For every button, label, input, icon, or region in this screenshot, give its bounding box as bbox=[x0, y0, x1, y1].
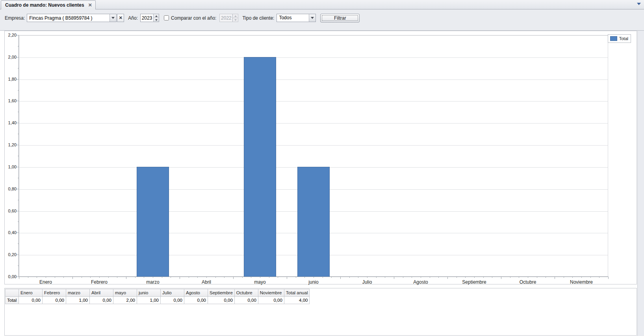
x-axis-minor-tick bbox=[108, 277, 109, 278]
x-axis-minor-tick bbox=[144, 277, 144, 278]
table-cell: 0,00 bbox=[184, 297, 208, 304]
filter-toolbar-row: Empresa: ✕ Año: Comparar con el año: bbox=[5, 14, 360, 22]
table-header-cell: Octubre bbox=[234, 289, 258, 297]
gridline bbox=[19, 145, 608, 146]
y-axis-tick-label: 2,00 bbox=[5, 55, 17, 59]
x-axis-label: Enero bbox=[20, 279, 71, 285]
tab-list-dropdown-icon[interactable] bbox=[637, 3, 641, 5]
x-axis-minor-tick bbox=[189, 277, 189, 278]
x-axis-minor-tick bbox=[438, 277, 439, 278]
empresa-label: Empresa: bbox=[5, 15, 25, 21]
anio-label: Año: bbox=[128, 15, 138, 21]
empresa-clear-button[interactable]: ✕ bbox=[117, 14, 124, 22]
table-cell: 1,00 bbox=[137, 297, 161, 304]
x-axis-minor-tick bbox=[63, 277, 64, 278]
x-axis-tick bbox=[340, 277, 341, 279]
y-axis-minor-tick bbox=[18, 178, 19, 178]
filtrar-button[interactable]: Filtrar bbox=[320, 14, 360, 22]
x-axis-minor-tick bbox=[457, 277, 457, 278]
table-cell: 0,00 bbox=[19, 297, 43, 304]
table-header-cell: Julio bbox=[161, 289, 184, 297]
app-window: Cuadro de mando: Nuevos clientes ✕ Empre… bbox=[0, 0, 644, 336]
y-axis-tick-label: 1,80 bbox=[5, 77, 17, 81]
table-corner-cell bbox=[6, 289, 19, 297]
table-header-cell: Abril bbox=[90, 289, 113, 297]
x-axis-minor-tick bbox=[403, 277, 403, 278]
y-axis-tick-label: 1,00 bbox=[5, 164, 17, 169]
x-axis-minor-tick bbox=[376, 277, 377, 278]
tab-cuadro-de-mando[interactable]: Cuadro de mando: Nuevos clientes ✕ bbox=[1, 0, 96, 9]
x-axis-tick bbox=[501, 277, 501, 279]
anio-input[interactable] bbox=[141, 14, 153, 22]
x-axis-minor-tick bbox=[90, 277, 91, 278]
x-axis-minor-tick bbox=[242, 277, 243, 278]
close-icon[interactable]: ✕ bbox=[88, 3, 92, 7]
x-axis-label: Abril bbox=[181, 279, 232, 285]
x-axis-label: Agosto bbox=[395, 279, 446, 285]
x-axis-minor-tick bbox=[314, 277, 314, 278]
x-axis-label: Septiembre bbox=[449, 279, 500, 285]
x-axis-minor-tick bbox=[474, 277, 475, 278]
bar bbox=[297, 167, 330, 277]
x-axis-minor-tick bbox=[599, 277, 599, 278]
tipo-cliente-combobox[interactable]: Todos bbox=[277, 14, 316, 22]
table-cell: 0,00 bbox=[43, 297, 66, 304]
x-axis-minor-tick bbox=[367, 277, 367, 278]
summary-table-panel: EneroFebreromarzoAbrilmayojunioJulioAgos… bbox=[4, 288, 637, 336]
y-axis-tick bbox=[17, 123, 19, 123]
table-cell: 0,00 bbox=[90, 297, 113, 304]
x-axis-minor-tick bbox=[572, 277, 573, 278]
x-axis-minor-tick bbox=[296, 277, 296, 278]
x-axis-minor-tick bbox=[197, 277, 198, 278]
spin-up-icon[interactable] bbox=[154, 14, 159, 18]
y-axis-minor-tick bbox=[18, 134, 19, 134]
x-axis-tick bbox=[394, 277, 394, 279]
x-axis-minor-tick bbox=[171, 277, 171, 278]
x-axis-minor-tick bbox=[528, 277, 528, 278]
y-axis-tick-label: 1,40 bbox=[5, 120, 17, 125]
legend-label: Total bbox=[619, 36, 628, 41]
right-splitter[interactable] bbox=[637, 31, 644, 336]
empresa-input[interactable] bbox=[27, 14, 109, 22]
y-axis-tick-label: 1,60 bbox=[5, 98, 17, 103]
empresa-dropdown-button[interactable] bbox=[109, 14, 116, 22]
y-axis-minor-tick bbox=[18, 222, 19, 222]
bar bbox=[244, 57, 276, 277]
comparar-label: Comparar con el año: bbox=[171, 15, 216, 21]
anio-spinner[interactable] bbox=[140, 14, 159, 22]
x-axis-tick bbox=[287, 277, 287, 279]
tipo-cliente-value: Todos bbox=[277, 14, 309, 22]
x-axis-minor-tick bbox=[358, 277, 358, 278]
x-axis-minor-tick bbox=[546, 277, 546, 278]
comparar-checkbox[interactable] bbox=[164, 15, 169, 20]
y-axis-tick bbox=[17, 57, 19, 57]
table-cell: 0,00 bbox=[258, 297, 284, 304]
x-axis-minor-tick bbox=[269, 277, 269, 278]
empresa-combobox[interactable] bbox=[27, 14, 117, 22]
spin-down-icon[interactable] bbox=[154, 18, 159, 22]
x-axis-minor-tick bbox=[55, 277, 55, 278]
x-axis-minor-tick bbox=[537, 277, 537, 278]
y-axis-minor-tick bbox=[18, 244, 19, 244]
table-row: Total0,000,001,000,002,001,000,000,000,0… bbox=[6, 297, 310, 304]
tipo-cliente-dropdown-button[interactable] bbox=[309, 14, 316, 22]
bar bbox=[137, 167, 169, 277]
table-header-cell: Enero bbox=[19, 289, 43, 297]
y-axis-tick bbox=[17, 233, 19, 233]
x-axis-minor-tick bbox=[331, 277, 332, 278]
x-axis-minor-tick bbox=[215, 277, 216, 278]
x-axis-label: junio bbox=[288, 279, 339, 285]
filtrar-button-label: Filtrar bbox=[334, 15, 346, 21]
chart-panel: Total 0,000,200,400,600,801,001,201,401,… bbox=[4, 31, 637, 284]
y-axis-tick bbox=[17, 255, 19, 255]
x-axis-minor-tick bbox=[492, 277, 492, 278]
x-axis-tick bbox=[126, 277, 126, 279]
x-axis-tick bbox=[447, 277, 448, 279]
x-axis-label: Octubre bbox=[502, 279, 553, 285]
table-header-cell: mayo bbox=[113, 289, 137, 297]
y-axis-tick-label: 0,40 bbox=[5, 230, 17, 235]
comparar-anio-input bbox=[220, 14, 232, 22]
table-header-cell: marzo bbox=[66, 289, 90, 297]
x-axis-minor-tick bbox=[323, 277, 323, 278]
y-axis-tick bbox=[17, 211, 19, 211]
